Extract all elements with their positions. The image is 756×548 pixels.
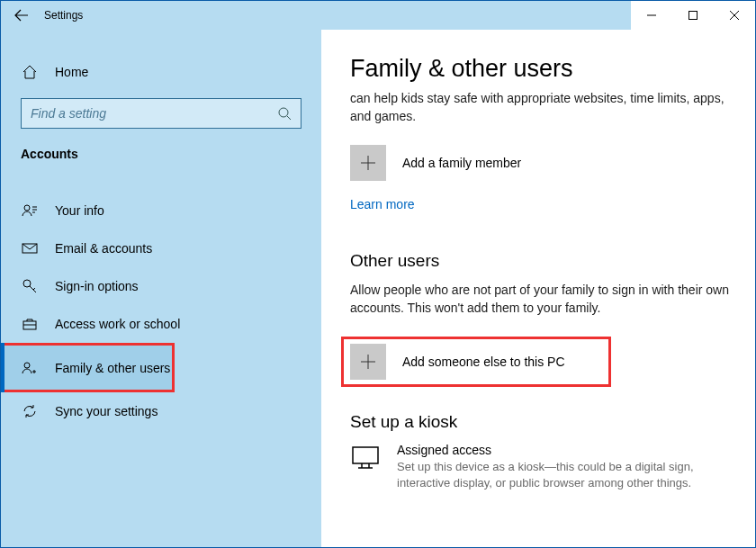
svg-point-2	[24, 205, 30, 211]
sidebar-item-your-info[interactable]: Your info	[1, 192, 321, 229]
close-button[interactable]	[714, 1, 755, 30]
content-pane: Family & other users can help kids stay …	[321, 30, 755, 547]
titlebar: Settings	[1, 1, 755, 30]
person-card-icon	[21, 202, 39, 219]
briefcase-icon	[21, 316, 39, 332]
plus-tile	[350, 344, 386, 380]
close-icon	[730, 11, 739, 20]
maximize-icon	[688, 11, 698, 20]
search-box[interactable]	[21, 98, 302, 129]
assigned-access-item[interactable]: Assigned access Set up this device as a …	[350, 443, 734, 490]
other-users-desc: Allow people who are not part of your fa…	[350, 282, 734, 317]
sidebar-item-label: Access work or school	[55, 317, 180, 331]
search-icon	[277, 106, 292, 121]
sidebar-item-label: Your info	[55, 203, 104, 218]
svg-rect-0	[689, 12, 698, 20]
plus-tile	[350, 145, 386, 181]
svg-point-4	[23, 280, 31, 287]
assigned-access-subtitle: Set up this device as a kiosk—this could…	[397, 459, 734, 490]
category-heading: Accounts	[1, 145, 321, 170]
mail-icon	[21, 240, 39, 256]
home-nav[interactable]: Home	[1, 53, 321, 91]
home-icon	[21, 64, 39, 80]
assigned-access-title: Assigned access	[397, 443, 734, 457]
svg-point-1	[279, 108, 288, 117]
people-icon	[21, 360, 39, 376]
sidebar-item-access-work-school[interactable]: Access work or school	[1, 305, 321, 343]
plus-icon	[359, 353, 377, 371]
sidebar: Home Accounts Your info Email & accounts…	[1, 30, 321, 547]
sidebar-item-label: Sync your settings	[55, 404, 158, 418]
page-title: Family & other users	[350, 55, 734, 83]
back-button[interactable]	[1, 1, 42, 30]
sidebar-item-label: Sign-in options	[55, 279, 139, 293]
add-someone-else-button[interactable]: Add someone else to this PC	[341, 337, 611, 387]
other-users-heading: Other users	[350, 251, 734, 271]
key-icon	[21, 278, 39, 294]
sidebar-item-label: Email & accounts	[55, 241, 152, 256]
kiosk-heading: Set up a kiosk	[350, 412, 734, 432]
arrow-left-icon	[14, 8, 29, 22]
sync-icon	[21, 403, 39, 419]
svg-point-6	[24, 363, 30, 368]
maximize-button[interactable]	[672, 1, 714, 30]
add-family-label: Add a family member	[402, 156, 521, 170]
add-family-member-button[interactable]: Add a family member	[350, 145, 734, 181]
home-label: Home	[55, 65, 88, 79]
intro-text: can help kids stay safe with appropriate…	[350, 90, 734, 125]
sidebar-item-label: Family & other users	[55, 361, 170, 375]
sidebar-item-family-other-users[interactable]: Family & other users	[1, 343, 175, 392]
window-controls	[631, 1, 755, 30]
minimize-icon	[647, 11, 656, 20]
sidebar-item-email-accounts[interactable]: Email & accounts	[1, 229, 321, 267]
plus-icon	[359, 154, 377, 172]
window-title: Settings	[42, 9, 83, 22]
monitor-icon	[350, 443, 381, 473]
minimize-button[interactable]	[631, 1, 672, 30]
learn-more-link[interactable]: Learn more	[350, 197, 415, 211]
add-other-label: Add someone else to this PC	[402, 355, 565, 369]
svg-rect-7	[353, 447, 378, 463]
search-input[interactable]	[31, 106, 277, 121]
sidebar-item-sync-settings[interactable]: Sync your settings	[1, 392, 321, 430]
sidebar-item-sign-in-options[interactable]: Sign-in options	[1, 267, 321, 305]
